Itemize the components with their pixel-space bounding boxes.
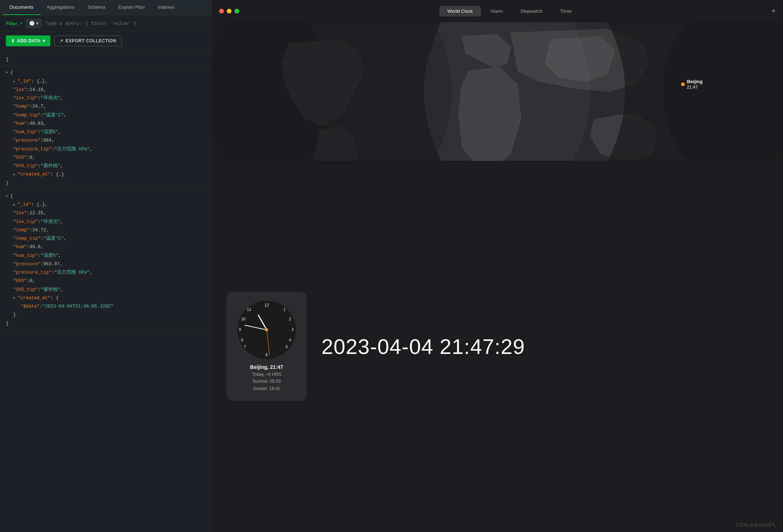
traffic-light-green[interactable] xyxy=(234,9,239,14)
minute-hand xyxy=(244,325,267,330)
clock-num-7: 7 xyxy=(244,344,246,349)
filter-toolbar: Filter ↗ 🕐 ▾ xyxy=(0,15,212,32)
beijing-dot-circle xyxy=(681,82,685,86)
filter-ext-icon: ↗ xyxy=(19,22,22,26)
clock-num-2: 2 xyxy=(289,317,291,321)
filter-label: Filter xyxy=(6,21,18,26)
clock-card: 12 1 2 3 4 5 6 7 8 9 10 11 Beijing, 21:4… xyxy=(226,292,307,401)
clock-num-3: 3 xyxy=(291,327,294,332)
clock-num-4: 4 xyxy=(289,338,291,342)
traffic-light-red[interactable] xyxy=(219,9,224,14)
time-dropdown-icon: ▾ xyxy=(36,21,38,26)
clock-titlebar: World Clock Alarm Stopwatch Timer + xyxy=(212,0,783,22)
world-map-svg xyxy=(212,22,783,161)
tab-timer[interactable]: Timer xyxy=(552,6,580,16)
add-clock-button[interactable]: + xyxy=(771,7,776,15)
tab-aggregations[interactable]: Aggregations xyxy=(40,0,81,15)
export-icon: ↗ xyxy=(60,38,64,43)
closing-brace: } xyxy=(6,56,9,63)
second-hand xyxy=(267,330,270,355)
expand-arrow-id-2[interactable]: ▶ xyxy=(13,202,15,208)
clock-icon: 🕐 xyxy=(29,21,35,26)
documents-area: } ▼ { ▶ "_id": {…}, "lux" : 14.18 , "lux… xyxy=(0,50,212,532)
left-panel: Documents Aggregations Schema Explain Pl… xyxy=(0,0,212,532)
clock-num-12: 12 xyxy=(264,303,269,307)
tab-alarm[interactable]: Alarm xyxy=(482,6,511,16)
doc-block-1: ▼ { ▶ "_id": {…}, "lux" : 14.18 , "lux_t… xyxy=(0,67,212,189)
clock-sunset: Sunset: 18:41 xyxy=(235,385,298,392)
clock-nav: World Clock Alarm Stopwatch Timer xyxy=(248,6,771,16)
expand-arrow-created-1[interactable]: ▶ xyxy=(13,171,15,178)
clock-num-1: 1 xyxy=(283,307,286,312)
clock-num-6: 6 xyxy=(266,352,268,357)
clock-num-8: 8 xyxy=(241,338,243,342)
filter-button[interactable]: Filter ↗ xyxy=(6,21,22,26)
add-data-button[interactable]: ⬇ ADD DATA ▾ xyxy=(6,35,50,46)
digital-time: 2023-04-04 21:47:29 xyxy=(321,334,525,359)
add-data-dropdown-icon: ▾ xyxy=(43,38,45,43)
clock-city: Beijing, 21:47 xyxy=(235,364,298,370)
tab-explain-plan[interactable]: Explain Plan xyxy=(112,0,151,15)
beijing-map-time: 21:47 xyxy=(687,85,703,90)
clock-num-11: 11 xyxy=(247,307,251,312)
traffic-light-yellow[interactable] xyxy=(227,9,232,14)
clock-num-9: 9 xyxy=(239,327,241,332)
tab-world-clock[interactable]: World Clock xyxy=(439,6,481,16)
clock-num-5: 5 xyxy=(286,344,288,349)
action-buttons: ⬇ ADD DATA ▾ ↗ EXPORT COLLECTION xyxy=(0,32,212,50)
clock-today: Today, +0 HRS xyxy=(235,371,298,378)
traffic-lights xyxy=(219,9,239,14)
tab-schema[interactable]: Schema xyxy=(81,0,112,15)
query-input[interactable] xyxy=(45,21,206,26)
expand-arrow-2[interactable]: ▼ xyxy=(6,193,8,200)
right-panel: World Clock Alarm Stopwatch Timer + xyxy=(212,0,783,532)
export-collection-button[interactable]: ↗ EXPORT COLLECTION xyxy=(54,35,122,46)
beijing-location: Beijing 21:47 xyxy=(681,79,703,90)
clock-num-10: 10 xyxy=(241,317,245,321)
expand-arrow-created-2[interactable]: ▼ xyxy=(13,295,15,301)
tab-indexes[interactable]: Indexes xyxy=(151,0,181,15)
doc-block-2: ▼ { ▶ "_id": {…}, "lux" : 12.35 , "lux_t… xyxy=(0,191,212,330)
download-icon: ⬇ xyxy=(11,38,15,43)
clock-bottom: 12 1 2 3 4 5 6 7 8 9 10 11 Beijing, 21:4… xyxy=(212,161,783,532)
doc-block-closing: } xyxy=(0,54,212,66)
beijing-city-label: Beijing xyxy=(687,79,703,84)
tabs-bar: Documents Aggregations Schema Explain Pl… xyxy=(0,0,212,15)
world-map-container: Beijing 21:47 xyxy=(212,22,783,161)
time-filter-button[interactable]: 🕐 ▾ xyxy=(26,19,42,28)
clock-center-dot xyxy=(265,328,268,331)
clock-sunrise: Sunrise: 05:53 xyxy=(235,378,298,385)
watermark: CSDN @屋内的湿气 xyxy=(736,522,776,528)
analog-clock: 12 1 2 3 4 5 6 7 8 9 10 11 xyxy=(237,301,296,359)
expand-arrow-id-1[interactable]: ▶ xyxy=(13,78,15,85)
tab-documents[interactable]: Documents xyxy=(3,0,40,15)
expand-arrow-1[interactable]: ▼ xyxy=(6,70,8,76)
tab-stopwatch[interactable]: Stopwatch xyxy=(512,6,551,16)
